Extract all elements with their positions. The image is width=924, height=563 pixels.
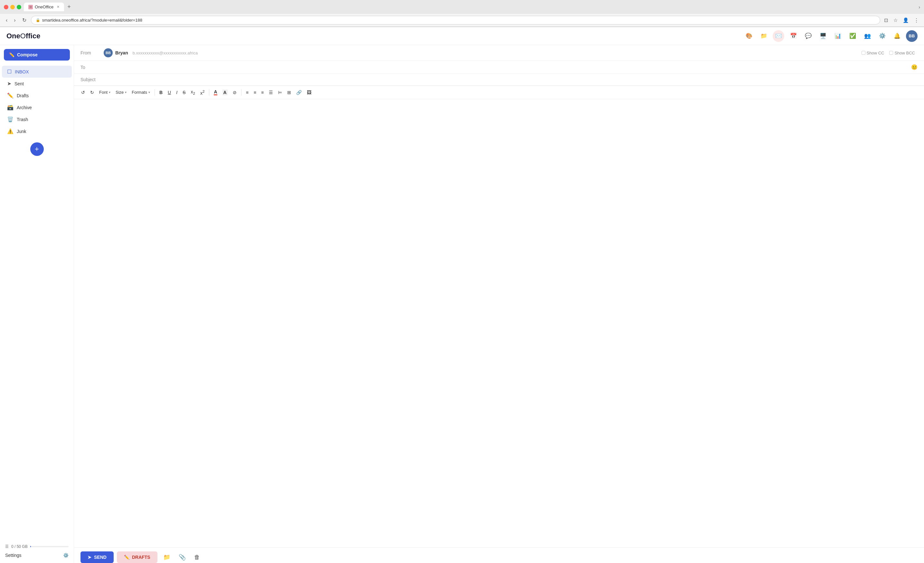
bg-color-icon: A [222,90,228,95]
table-insert-button[interactable]: ⊞ [285,89,293,96]
undo-icon: ↺ [81,90,85,95]
check-icon[interactable]: ✅ [847,30,858,42]
strikethrough-button[interactable]: S [181,89,188,96]
underline-button[interactable]: U [166,89,173,96]
clear-format-button[interactable]: ⊘ [231,89,238,96]
link-button[interactable]: 🔗 [294,89,304,96]
to-options-icon[interactable]: 😐 [911,64,918,70]
users-icon[interactable]: 👥 [861,30,873,42]
italic-button[interactable]: I [174,89,179,96]
compose-header-fields: From BB Bryan b.xxxxxxxxxxx@xxxxxxxxxxx.… [74,45,924,86]
sidebar-label-inbox: INBOX [15,69,58,74]
undo-button[interactable]: ↺ [79,89,87,96]
logo-text: OneOffice [6,32,40,40]
settings-icon[interactable]: ⚙️ [876,30,888,42]
redo-button[interactable]: ↻ [88,89,96,96]
bell-icon[interactable]: 🔔 [891,30,903,42]
font-selector[interactable]: Font ▾ [97,89,112,96]
close-button[interactable] [4,5,8,9]
sidebar-footer: ☰ 0 / 50 GB Settings ⚙️ [0,540,74,563]
delete-draft-button[interactable]: 🗑 [192,552,202,563]
subscript-icon: x2 [190,89,195,95]
show-bcc-checkbox[interactable] [889,51,893,55]
table-icon[interactable]: 📊 [832,30,843,42]
align-right-button[interactable]: ≡ [259,89,266,96]
settings-gear-icon[interactable]: ⚙️ [63,553,69,558]
sidebar-item-junk[interactable]: ⚠️ Junk ⋮ [2,125,72,137]
compose-label: Compose [17,52,38,57]
sidebar-item-trash[interactable]: 🗑️ Trash ⋮ [2,113,72,125]
compose-icon: ✏️ [9,52,15,57]
attach-folder-button[interactable]: 📁 [160,552,173,563]
show-cc-checkbox[interactable] [861,51,866,55]
active-tab[interactable]: O OneOffice ✕ [24,3,64,11]
address-bar[interactable]: 🔒 smartidea.oneoffice.africa/?module=ema… [31,16,880,24]
toolbar-separator-2 [209,89,209,96]
subscript-button[interactable]: x2 [189,88,197,97]
to-input[interactable] [104,65,907,70]
drafts-icon: ✏️ [124,555,129,560]
email-editor[interactable] [74,99,924,547]
minimize-button[interactable] [10,5,15,9]
sidebar-item-drafts[interactable]: ✏️ Drafts ⋮ [2,90,72,101]
link-icon: 🔗 [296,90,302,95]
bold-button[interactable]: B [158,89,165,96]
sidebar: ✏️ Compose ☐ INBOX ⋮ ➤ Sent ⋮ ✏️ Drafts … [0,45,74,563]
screen-cast-icon[interactable]: ⊡ [883,17,890,24]
show-bcc-toggle[interactable]: Show BCC [889,51,915,56]
sidebar-item-archive[interactable]: 🗃️ Archive ⋮ [2,101,72,113]
reload-button[interactable]: ↻ [20,17,28,24]
font-chevron-icon: ▾ [109,90,110,94]
forward-button[interactable]: › [12,17,17,24]
drafts-save-button[interactable]: ✏️ DRAFTS [117,551,158,563]
list-icon: ☰ [269,90,273,95]
clear-format-icon: ⊘ [233,90,237,95]
tab-close-button[interactable]: ✕ [57,5,60,9]
bookmark-icon[interactable]: ☆ [892,17,899,24]
add-folder-button[interactable]: + [30,143,44,156]
sidebar-item-sent[interactable]: ➤ Sent ⋮ [2,78,72,90]
user-avatar[interactable]: BB [906,30,918,42]
monitor-icon[interactable]: 🖥️ [817,30,829,42]
sidebar-item-inbox[interactable]: ☐ INBOX ⋮ [2,66,72,78]
to-label: To [81,65,100,70]
tab-favicon: O [28,5,33,9]
email-icon[interactable]: ✉️ [772,30,784,42]
image-icon: 🖼 [307,90,311,95]
storage-label: 0 / 50 GB [11,544,28,549]
image-button[interactable]: 🖼 [305,89,313,96]
sidebar-label-archive: Archive [17,105,58,110]
tab-overflow-icon[interactable]: › [918,5,920,10]
superscript-icon: x2 [200,89,204,96]
palette-icon[interactable]: 🎨 [743,30,754,42]
inbox-icon: ☐ [7,69,12,75]
attach-folder-icon: 📁 [163,554,170,560]
maximize-button[interactable] [17,5,21,9]
attach-file-button[interactable]: 📎 [176,552,188,563]
bg-color-button[interactable]: A [220,88,230,97]
list-button[interactable]: ☰ [267,89,275,96]
settings-row[interactable]: Settings ⚙️ [5,551,69,559]
send-button[interactable]: ➤ SEND [81,551,114,563]
indent-button[interactable]: ⊨ [276,89,284,96]
compose-button[interactable]: ✏️ Compose [4,49,70,60]
subject-input[interactable] [104,77,918,82]
new-tab-button[interactable]: + [65,3,73,10]
formats-selector[interactable]: Formats ▾ [130,89,152,96]
text-color-button[interactable]: A [212,88,219,97]
chat-icon[interactable]: 💬 [802,30,814,42]
back-button[interactable]: ‹ [4,17,9,24]
align-center-button[interactable]: ≡ [252,89,258,96]
url-text: smartidea.oneoffice.africa/?module=email… [42,18,142,23]
calendar-icon[interactable]: 📅 [788,30,799,42]
profile-icon[interactable]: 👤 [902,17,910,24]
tab-bar: O OneOffice ✕ + [24,3,916,11]
folder-icon[interactable]: 📁 [758,30,770,42]
superscript-button[interactable]: x2 [198,88,206,97]
menu-icon[interactable]: ⋮ [913,17,920,24]
show-cc-toggle[interactable]: Show CC [861,51,884,56]
settings-label: Settings [5,553,22,558]
compose-area: From BB Bryan b.xxxxxxxxxxx@xxxxxxxxxxx.… [74,45,924,563]
size-selector[interactable]: Size ▾ [114,89,129,96]
align-left-button[interactable]: ≡ [244,89,250,96]
